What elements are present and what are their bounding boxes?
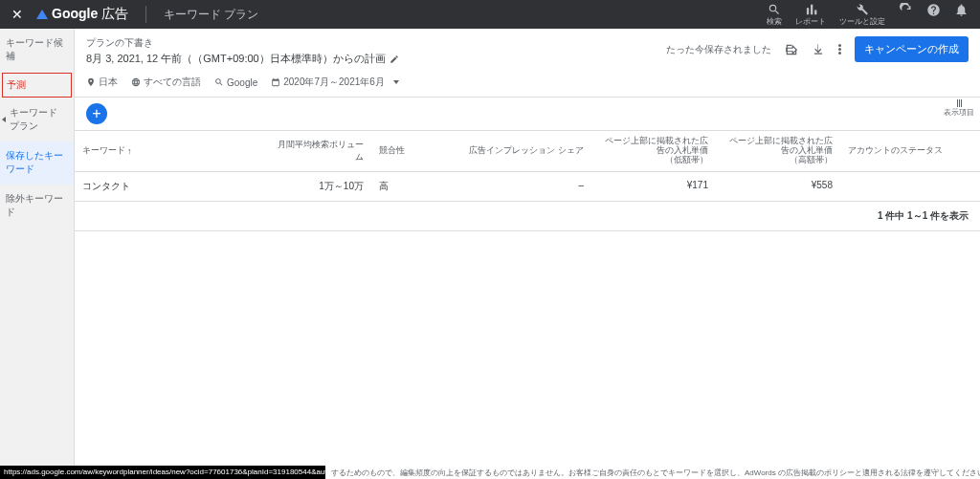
sidebar-item-plan[interactable]: キーワード プラン	[0, 98, 74, 142]
cell-keyword: コンタクト	[75, 172, 266, 201]
cell-volume: 1万～10万	[266, 172, 371, 201]
report-icon	[804, 3, 817, 16]
action-row: + 表示項目	[75, 98, 980, 130]
status-disclaimer: するためのもので、編集頻度の向上を保証するものではありません。お客様ご自身の責任…	[325, 468, 980, 478]
col-impression[interactable]: 広告インプレッション シェア	[438, 131, 591, 171]
create-campaign-button[interactable]: キャンペーンの作成	[855, 36, 969, 62]
sidebar-item-forecast[interactable]: 予測	[2, 73, 72, 98]
divider	[145, 6, 146, 23]
col-bid-low[interactable]: ページ上部に掲載された広告の入札単価（低額帯）	[591, 131, 716, 171]
close-icon[interactable]: ✕	[11, 7, 23, 22]
refresh-icon[interactable]	[899, 3, 913, 17]
col-volume[interactable]: 月間平均検索ボリューム	[266, 131, 371, 171]
col-competition[interactable]: 競合性	[371, 131, 438, 171]
tools-tool[interactable]: ツールと設定	[839, 3, 885, 27]
logo-icon	[36, 10, 48, 19]
wrench-icon	[856, 3, 869, 16]
filter-bar: 日本 すべての言語 Google 2020年7月～2021年6月	[75, 70, 980, 98]
chevron-down-icon	[393, 80, 399, 84]
sidebar: キーワード候補 予測 キーワード プラン 保存したキーワード 除外キーワード	[0, 29, 75, 466]
location-icon	[86, 77, 96, 87]
bell-icon[interactable]	[954, 3, 969, 17]
status-bar: https://ads.google.com/aw/keywordplanner…	[0, 466, 980, 479]
language-filter[interactable]: すべての言語	[131, 76, 201, 89]
calendar-icon	[271, 77, 280, 87]
cell-impression: –	[438, 172, 591, 201]
location-filter[interactable]: 日本	[86, 76, 118, 89]
search-tool[interactable]: 検索	[767, 3, 782, 27]
topbar-right: 検索 レポート ツールと設定	[767, 3, 969, 27]
col-keyword[interactable]: キーワード	[75, 131, 266, 171]
section-title: キーワード プラン	[164, 7, 258, 23]
columns-button[interactable]: 表示項目	[944, 99, 974, 118]
download-icon[interactable]	[812, 43, 825, 56]
col-status[interactable]: アカウントのステータス	[840, 131, 980, 171]
sidebar-item-negative[interactable]: 除外キーワード	[0, 185, 74, 228]
edit-icon[interactable]	[390, 54, 399, 64]
more-menu[interactable]	[838, 44, 841, 54]
main-panel: プランの下書き 8月 3, 2021, 12 午前（（GMT+09:00）日本標…	[75, 29, 980, 466]
language-icon	[131, 77, 141, 87]
help-icon[interactable]	[926, 3, 941, 17]
daterange-filter[interactable]: 2020年7月～2021年6月	[271, 76, 399, 89]
col-bid-high[interactable]: ページ上部に掲載された広告の入札単価（高額帯）	[716, 131, 840, 171]
brand-text: Google 広告	[52, 6, 128, 23]
report-tool[interactable]: レポート	[795, 3, 826, 27]
cell-competition: 高	[371, 172, 438, 201]
sidebar-item-saved[interactable]: 保存したキーワード	[0, 142, 74, 185]
share-icon[interactable]	[785, 43, 798, 56]
table-footer: 1 件中 1～1 件を表示	[75, 202, 980, 231]
search-icon	[768, 3, 781, 16]
sub-header: プランの下書き 8月 3, 2021, 12 午前（（GMT+09:00）日本標…	[75, 29, 980, 70]
add-button[interactable]: +	[86, 103, 107, 124]
cell-bid-high: ¥558	[716, 172, 840, 201]
cell-bid-low: ¥171	[591, 172, 716, 201]
network-icon	[214, 77, 224, 87]
network-filter[interactable]: Google	[214, 77, 257, 88]
plan-draft-label: プランの下書き	[86, 36, 666, 50]
table-header: キーワード 月間平均検索ボリューム 競合性 広告インプレッション シェア ページ…	[75, 130, 980, 172]
sidebar-item-candidates[interactable]: キーワード候補	[0, 29, 74, 72]
cell-status	[840, 172, 980, 201]
plan-timestamp: 8月 3, 2021, 12 午前（（GMT+09:00）日本標準時）からの計画	[86, 52, 666, 66]
status-url: https://ads.google.com/aw/keywordplanner…	[0, 466, 325, 479]
top-bar: ✕ Google 広告 キーワード プラン 検索 レポート ツールと設定	[0, 0, 980, 29]
saved-message: たった今保存されました	[666, 43, 771, 56]
table-row[interactable]: コンタクト 1万～10万 高 – ¥171 ¥558	[75, 172, 980, 202]
logo[interactable]: Google 広告	[36, 6, 128, 23]
